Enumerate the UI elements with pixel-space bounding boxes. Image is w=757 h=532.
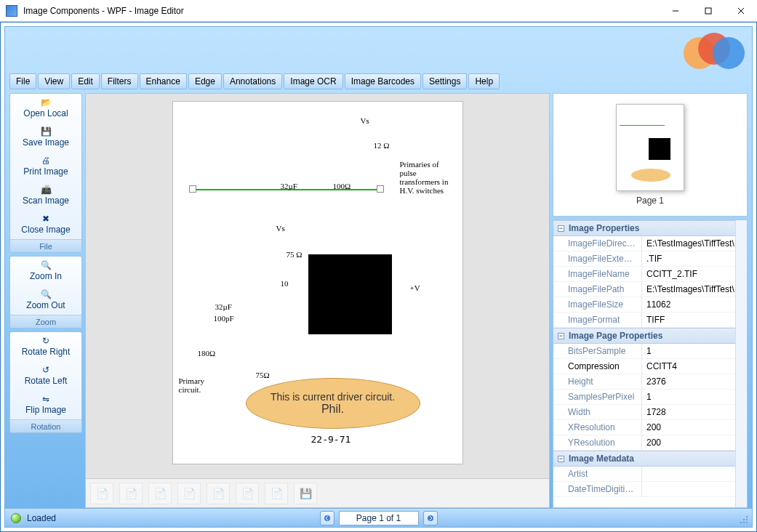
property-row[interactable]: YResolution200	[553, 435, 747, 451]
image-page[interactable]: Vs 12 Ω Primaries of pulse transformers …	[172, 101, 463, 464]
property-value[interactable]: CCITT_2.TIF	[642, 267, 747, 282]
pager-text: Page 1 of 1	[339, 511, 419, 525]
property-key: ImageFileExtension	[553, 251, 642, 267]
menu-settings[interactable]: Settings	[422, 73, 467, 89]
property-row[interactable]: BitsPerSample1	[553, 344, 747, 359]
app-icon	[6, 5, 17, 17]
property-row[interactable]: Height2376	[553, 374, 747, 390]
property-row[interactable]: ImageFormatTIFF	[553, 313, 747, 328]
property-grid[interactable]: −Image PropertiesImageFileDirectoryE:\Te…	[553, 219, 748, 508]
menu-edge[interactable]: Edge	[188, 73, 222, 89]
property-value[interactable]: 1	[642, 344, 747, 359]
annotation-redaction[interactable]	[308, 254, 392, 334]
property-value[interactable]	[642, 482, 747, 497]
open-local-button[interactable]: 📂Open Local	[10, 94, 81, 123]
property-key: Height	[553, 374, 642, 390]
property-value[interactable]: 1	[642, 390, 747, 405]
shelf-item[interactable]: 📄	[236, 483, 259, 504]
property-row[interactable]: SamplesPerPixel1	[553, 390, 747, 405]
menu-image-ocr[interactable]: Image OCR	[284, 73, 343, 89]
shelf-item[interactable]: 📄	[90, 483, 113, 504]
property-value[interactable]: 2376	[642, 374, 747, 390]
menu-filters[interactable]: Filters	[101, 73, 138, 89]
maximize-button[interactable]	[692, 0, 724, 21]
property-value[interactable]: 200	[642, 435, 747, 451]
shelf-item[interactable]: 📄	[177, 483, 201, 504]
menu-file[interactable]: File	[9, 73, 36, 89]
annotation-handle-left[interactable]	[189, 185, 196, 193]
circuit-label: 10	[281, 279, 289, 288]
shelf-item[interactable]: 📄	[265, 483, 288, 504]
property-value[interactable]: 1728	[642, 405, 747, 420]
shelf-item[interactable]: 📄	[119, 483, 143, 504]
property-value[interactable]: E:\TestImages\TiffTest\	[642, 282, 747, 297]
property-key: ImageFileDirectory	[553, 236, 642, 251]
shelf-item[interactable]: 💾	[294, 483, 317, 504]
property-row[interactable]: ImageFileDirectoryE:\TestImages\TiffTest…	[553, 236, 747, 251]
prev-page-button[interactable]	[320, 511, 335, 525]
zoom-in-button[interactable]: 🔍Zoom In	[10, 257, 81, 286]
shelf-item[interactable]: 📄	[207, 483, 230, 504]
property-value[interactable]: 200	[642, 420, 747, 435]
minimize-button[interactable]	[659, 0, 692, 21]
property-value[interactable]: CCITT4	[642, 359, 747, 374]
circuit-label: 100pF	[214, 314, 234, 323]
property-row[interactable]: ImageFileNameCCITT_2.TIF	[553, 267, 747, 282]
save-image-button[interactable]: 💾Save Image	[10, 123, 81, 152]
circuit-label: +V	[410, 283, 420, 292]
page-thumbnail[interactable]	[616, 104, 684, 191]
menu-view[interactable]: View	[38, 73, 70, 89]
svg-point-4	[324, 515, 330, 521]
pager: Page 1 of 1	[320, 511, 438, 525]
property-row[interactable]: Width1728	[553, 405, 747, 420]
circuit-label: 100Ω	[333, 182, 351, 190]
collapse-icon[interactable]: −	[558, 225, 564, 232]
property-value[interactable]	[642, 467, 747, 482]
circuit-label: Primaries of pulse transformers in H.V. …	[400, 160, 455, 195]
scrollbar[interactable]	[735, 220, 747, 507]
collapse-icon[interactable]: −	[558, 333, 564, 339]
close-button[interactable]	[724, 0, 757, 21]
image-viewer[interactable]: Vs 12 Ω Primaries of pulse transformers …	[85, 93, 550, 508]
property-value[interactable]: TIFF	[642, 313, 747, 328]
rotate-right-button[interactable]: ↻Rotate Right	[10, 332, 81, 361]
svg-point-5	[428, 515, 433, 521]
printer-icon: 🖨	[40, 156, 52, 165]
menu-enhance[interactable]: Enhance	[140, 73, 187, 89]
property-row[interactable]: DateTimeDigitized	[553, 482, 747, 497]
property-row[interactable]: CompressionCCITT4	[553, 359, 747, 374]
property-key: BitsPerSample	[553, 344, 642, 359]
annotation-text-oval[interactable]: This is current driver circuit. Phil.	[246, 378, 420, 429]
property-row[interactable]: XResolution200	[553, 420, 747, 435]
menu-edit[interactable]: Edit	[71, 73, 100, 89]
annotation-handle-right[interactable]	[377, 185, 384, 193]
property-section-header[interactable]: −Image Metadata	[553, 451, 747, 467]
property-value[interactable]: E:\TestImages\TiffTest\	[642, 236, 747, 251]
print-image-button[interactable]: 🖨Print Image	[10, 152, 81, 181]
rotate-left-button[interactable]: ↺Rotate Left	[10, 361, 81, 390]
window-title: Image Components - WPF - Image Editor	[23, 6, 659, 16]
save-icon: 💾	[40, 127, 52, 136]
zoom-out-button[interactable]: 🔍Zoom Out	[10, 286, 81, 315]
property-section-header[interactable]: −Image Page Properties	[553, 328, 747, 344]
resize-grip[interactable]	[740, 515, 750, 525]
menu-annotations[interactable]: Annotations	[223, 73, 282, 89]
property-row[interactable]: ImageFilePathE:\TestImages\TiffTest\	[553, 282, 747, 297]
property-row[interactable]: ImageFileExtension.TIF	[553, 251, 747, 267]
property-value[interactable]: .TIF	[642, 251, 747, 267]
flip-image-button[interactable]: ⇋Flip Image	[10, 390, 81, 419]
property-row[interactable]: Artist	[553, 467, 747, 482]
scan-image-button[interactable]: 📠Scan Image	[10, 181, 81, 210]
menu-help[interactable]: Help	[468, 73, 500, 89]
property-value[interactable]: 11062	[642, 297, 747, 313]
shelf-item[interactable]: 📄	[148, 483, 172, 504]
property-section-title: Image Page Properties	[569, 331, 662, 341]
next-page-button[interactable]	[423, 511, 438, 525]
property-key: Compression	[553, 359, 642, 374]
property-row[interactable]: ImageFileSize11062	[553, 297, 747, 313]
collapse-icon[interactable]: −	[558, 456, 564, 462]
window-controls	[659, 0, 757, 21]
menu-image-barcodes[interactable]: Image Barcodes	[345, 73, 421, 89]
close-image-button[interactable]: ✖Close Image	[10, 210, 81, 239]
property-section-header[interactable]: −Image Properties	[553, 220, 747, 236]
